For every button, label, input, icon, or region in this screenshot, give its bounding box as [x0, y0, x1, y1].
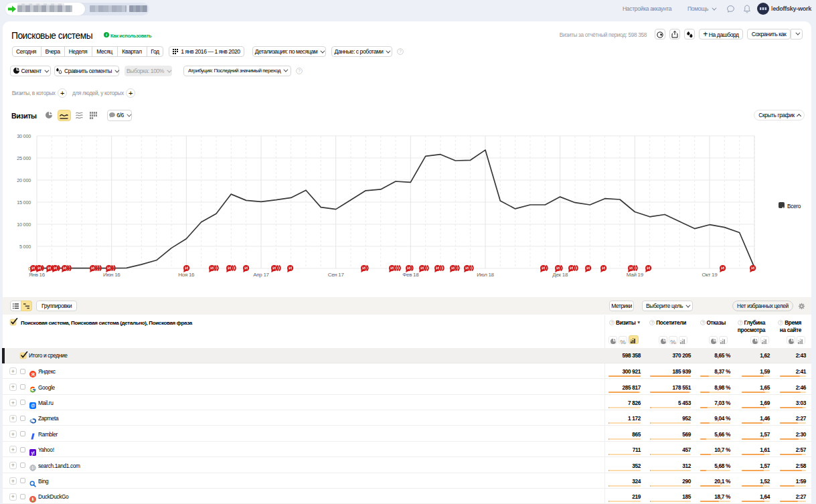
svg-text:Июл 18: Июл 18 [477, 272, 494, 278]
svg-text:30 000: 30 000 [17, 133, 31, 139]
svg-text:10 000: 10 000 [17, 222, 31, 228]
svg-text:@: @ [31, 403, 35, 408]
svg-text:?: ? [780, 321, 782, 325]
svg-text:Апр 17: Апр 17 [253, 272, 269, 278]
svg-text:5 000: 5 000 [19, 244, 31, 250]
svg-text:Ноя 16: Ноя 16 [178, 272, 195, 278]
svg-text:Янв 16: Янв 16 [29, 272, 46, 278]
svg-text:Окт 19: Окт 19 [702, 272, 718, 278]
svg-text:20 000: 20 000 [17, 177, 31, 183]
svg-text:Сен 17: Сен 17 [328, 272, 345, 278]
svg-text:Фев 18: Фев 18 [402, 272, 419, 278]
svg-text:y!: y! [31, 450, 34, 455]
svg-text:Дек 18: Дек 18 [552, 272, 568, 278]
svg-text:Я: Я [31, 371, 35, 376]
svg-text:25 000: 25 000 [17, 155, 31, 161]
svg-text:15 000: 15 000 [17, 199, 31, 205]
svg-text:Май 19: Май 19 [627, 272, 644, 278]
svg-text:Июн 16: Июн 16 [103, 272, 120, 278]
